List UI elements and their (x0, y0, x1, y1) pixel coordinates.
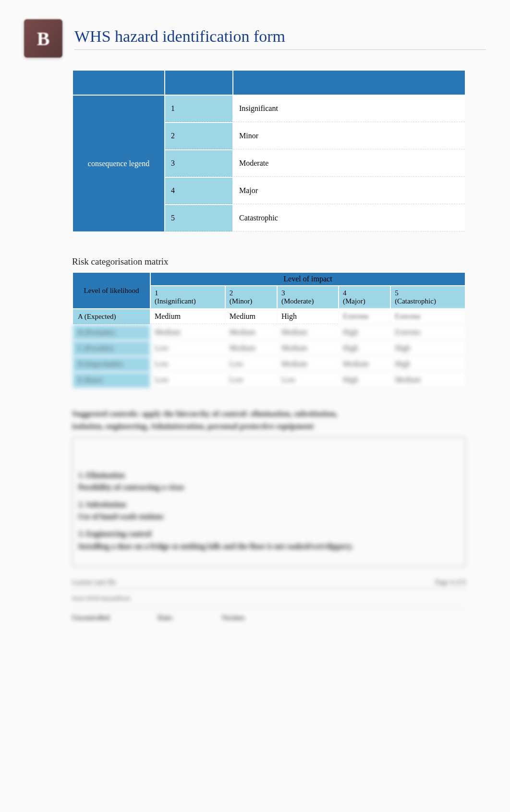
conseq-num: 2 (165, 123, 232, 149)
matrix-row: B (Probable) Medium Medium Medium High E… (73, 325, 465, 340)
page-footer: Learner task file Page 4 of 6 form WHS-h… (72, 577, 466, 628)
controls-response-box: 1. EliminationPossibility of contracting… (72, 437, 466, 567)
conseq-desc: Moderate (233, 150, 465, 177)
risk-matrix-table: Level of likelihood Level of impact 1(In… (72, 272, 466, 388)
conseq-desc: Insignificant (233, 96, 465, 122)
impact-col: 2(Minor) (226, 286, 277, 308)
consequence-legend-table: consequence legend 1 Insignificant 2 Min… (72, 70, 466, 232)
consequence-legend-label: consequence legend (73, 96, 164, 231)
conseq-desc: Major (233, 178, 465, 204)
conseq-num: 5 (165, 205, 232, 231)
likelihood-header: Level of likelihood (73, 273, 150, 308)
matrix-row: A (Expected) Medium Medium High Extreme … (73, 309, 465, 324)
matrix-row: D (Improbable) Low Low Medium Medium Hig… (73, 357, 465, 372)
conseq-desc: Minor (233, 123, 465, 149)
impact-col: 1(Insignificant) (151, 286, 225, 308)
footer-version: Version: (221, 614, 245, 622)
footer-form-name: form WHS-hazardform (72, 589, 466, 608)
page-title: WHS hazard identification form (74, 27, 486, 46)
matrix-title: Risk categorisation matrix (72, 256, 466, 267)
footer-uncontrolled: Uncontrolled (72, 614, 109, 622)
app-logo: B (24, 19, 62, 58)
conseq-num: 1 (165, 96, 232, 122)
conseq-num: 3 (165, 150, 232, 177)
footer-page: Page 4 of 6 (436, 579, 466, 586)
impact-header: Level of impact (151, 273, 465, 285)
controls-prompt: Suggested controls: apply the hierarchy … (72, 408, 466, 432)
footer-date: Date: (158, 614, 173, 622)
conseq-desc: Catastrophic (233, 205, 465, 231)
matrix-row: E (Rare) Low Low Low High Medium (73, 373, 465, 388)
conseq-num: 4 (165, 178, 232, 204)
impact-col: 4(Major) (339, 286, 390, 308)
footer-left: Learner task file (72, 579, 116, 586)
matrix-row: C (Possible) Low Medium Medium High High (73, 341, 465, 356)
impact-col: 5(Catastrophic) (391, 286, 465, 308)
impact-col: 3(Moderate) (278, 286, 338, 308)
